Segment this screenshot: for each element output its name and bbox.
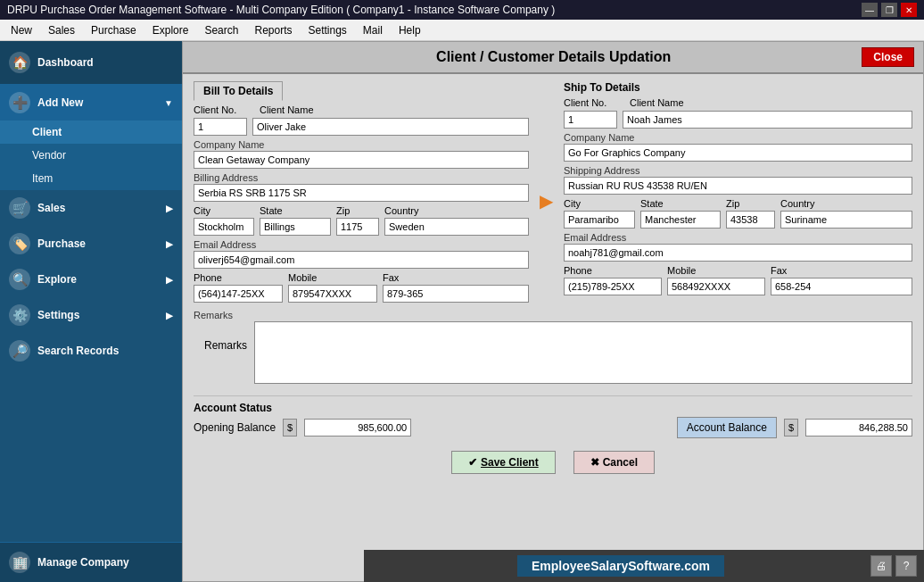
bill-to-tab[interactable]: Bill To Details bbox=[194, 81, 283, 101]
ship-fax-input[interactable] bbox=[771, 278, 912, 295]
vendor-label: Vendor bbox=[32, 149, 66, 162]
maximize-button[interactable]: ❐ bbox=[881, 3, 897, 17]
dialog-header: Client / Customer Details Updation Close bbox=[183, 42, 923, 74]
bill-city-input[interactable] bbox=[194, 218, 254, 236]
dialog-body: Bill To Details Client No. Client Name bbox=[183, 74, 923, 581]
footer: EmployeeSalarySoftware.com 🖨 ? bbox=[364, 550, 924, 582]
purchase-label: Purchase bbox=[37, 237, 86, 250]
remarks-textarea[interactable] bbox=[254, 321, 912, 384]
cancel-button[interactable]: ✖ Cancel bbox=[573, 451, 655, 474]
sidebar-item-item[interactable]: Item bbox=[0, 167, 182, 190]
menu-search[interactable]: Search bbox=[197, 22, 245, 38]
menu-purchase[interactable]: Purchase bbox=[84, 22, 144, 38]
ship-to-label: Ship To Details bbox=[564, 81, 912, 94]
ship-company-name-input[interactable] bbox=[564, 144, 912, 162]
ship-country-input[interactable] bbox=[780, 211, 912, 229]
sidebar-item-client[interactable]: Client bbox=[0, 121, 182, 144]
title-bar-text: DRPU Purchase Order Management Software … bbox=[7, 4, 555, 16]
footer-icons: 🖨 ? bbox=[870, 555, 917, 577]
bill-phone-input[interactable] bbox=[194, 285, 283, 303]
bill-company-name-input[interactable] bbox=[194, 151, 529, 169]
menu-mail[interactable]: Mail bbox=[356, 22, 390, 38]
ship-state-label: State bbox=[640, 198, 721, 209]
sidebar-purchase[interactable]: 🏷️ Purchase ▶ bbox=[0, 226, 182, 262]
bill-phone-mobile-fax-inputs bbox=[194, 285, 529, 303]
bill-client-no-input[interactable] bbox=[194, 118, 247, 136]
account-balance-button[interactable]: Account Balance bbox=[677, 417, 777, 438]
cancel-x-icon: ✖ bbox=[590, 456, 599, 469]
bill-zip-input[interactable] bbox=[336, 218, 379, 236]
ship-state-input[interactable] bbox=[640, 211, 721, 229]
ship-client-no-input[interactable] bbox=[564, 111, 617, 129]
menu-help[interactable]: Help bbox=[392, 22, 428, 38]
ship-client-name-input[interactable] bbox=[623, 111, 912, 129]
bill-client-name-input[interactable] bbox=[252, 118, 529, 136]
menu-reports[interactable]: Reports bbox=[247, 22, 299, 38]
settings-arrow: ▶ bbox=[166, 311, 173, 320]
bill-address-input[interactable] bbox=[194, 184, 529, 202]
bill-city-label: City bbox=[194, 205, 254, 216]
dashboard-icon: 🏠 bbox=[9, 52, 30, 73]
ship-mobile-label: Mobile bbox=[667, 265, 765, 276]
ship-country-label: Country bbox=[780, 198, 912, 209]
account-balance-input[interactable] bbox=[805, 419, 912, 436]
bill-state-input[interactable] bbox=[260, 218, 331, 236]
sidebar-explore[interactable]: 🔍 Explore ▶ bbox=[0, 262, 182, 297]
dialog-title: Client / Customer Details Updation bbox=[245, 49, 862, 65]
remarks-inline-label: Remarks bbox=[194, 321, 247, 352]
explore-label: Explore bbox=[37, 273, 77, 286]
bill-phone-mobile-fax-labels: Phone Mobile Fax bbox=[194, 272, 529, 283]
action-buttons-row: ✔ Save Client ✖ Cancel bbox=[194, 451, 912, 479]
ship-mobile-input[interactable] bbox=[667, 278, 765, 295]
menu-sales[interactable]: Sales bbox=[41, 22, 82, 38]
menu-settings[interactable]: Settings bbox=[301, 22, 354, 38]
minimize-button[interactable]: — bbox=[862, 3, 878, 17]
opening-balance-input[interactable] bbox=[304, 419, 411, 436]
search-records-label: Search Records bbox=[37, 345, 119, 357]
bill-to-column: Bill To Details Client No. Client Name bbox=[194, 81, 529, 303]
help-button[interactable]: ? bbox=[895, 555, 917, 577]
sidebar-search-records[interactable]: 🔎 Search Records bbox=[0, 333, 182, 369]
ship-city-input[interactable] bbox=[564, 211, 635, 229]
bill-email-input[interactable] bbox=[194, 251, 529, 269]
manage-icon: 🏢 bbox=[9, 552, 30, 573]
sidebar-dashboard[interactable]: 🏠 Dashboard bbox=[0, 41, 182, 85]
save-client-button[interactable]: ✔ Save Client bbox=[451, 451, 556, 474]
bill-mobile-input[interactable] bbox=[288, 285, 377, 303]
close-dialog-button[interactable]: Close bbox=[862, 47, 914, 67]
sidebar-settings[interactable]: ⚙️ Settings ▶ bbox=[0, 297, 182, 333]
bill-city-state-zip-country-inputs bbox=[194, 218, 529, 236]
sidebar-sales[interactable]: 🛒 Sales ▶ bbox=[0, 190, 182, 226]
bill-company-name-label: Company Name bbox=[194, 139, 529, 150]
ship-client-no-name-labels: Client No. Client Name bbox=[564, 97, 912, 108]
content-area: Client / Customer Details Updation Close… bbox=[182, 41, 924, 582]
ship-phone-input[interactable] bbox=[564, 278, 662, 295]
remarks-section-label: Remarks bbox=[194, 310, 912, 320]
ship-phone-mobile-fax-inputs bbox=[564, 278, 912, 295]
explore-arrow: ▶ bbox=[166, 275, 173, 285]
bill-city-state-zip-country-labels: City State Zip Country bbox=[194, 205, 529, 216]
menu-new[interactable]: New bbox=[4, 22, 39, 38]
add-new-label: Add New bbox=[37, 96, 83, 109]
print-button[interactable]: 🖨 bbox=[870, 555, 892, 577]
purchase-icon: 🏷️ bbox=[9, 233, 30, 254]
sidebar-add-new[interactable]: ➕ Add New ▼ bbox=[0, 85, 182, 121]
bill-mobile-label: Mobile bbox=[288, 272, 377, 283]
ship-zip-input[interactable] bbox=[726, 211, 775, 229]
bill-address-label: Billing Address bbox=[194, 172, 529, 183]
sales-label: Sales bbox=[37, 202, 65, 214]
bill-fax-input[interactable] bbox=[383, 285, 529, 303]
ship-address-input[interactable] bbox=[564, 177, 912, 195]
settings-label: Settings bbox=[37, 309, 79, 321]
titlebar-close-button[interactable]: ✕ bbox=[901, 3, 917, 17]
ship-phone-label: Phone bbox=[564, 265, 662, 276]
remarks-textarea-wrapper bbox=[254, 321, 912, 387]
ship-to-column: Ship To Details Client No. Client Name C… bbox=[564, 81, 912, 303]
menu-explore[interactable]: Explore bbox=[145, 22, 196, 38]
sidebar-manage-company[interactable]: 🏢 Manage Company bbox=[0, 542, 182, 582]
ship-email-input[interactable] bbox=[564, 244, 912, 262]
sidebar-item-vendor[interactable]: Vendor bbox=[0, 144, 182, 167]
main-layout: 🏠 Dashboard ➕ Add New ▼ Client Vendor It… bbox=[0, 41, 924, 582]
bill-country-input[interactable] bbox=[384, 218, 529, 236]
ship-city-state-zip-country-inputs bbox=[564, 211, 912, 229]
